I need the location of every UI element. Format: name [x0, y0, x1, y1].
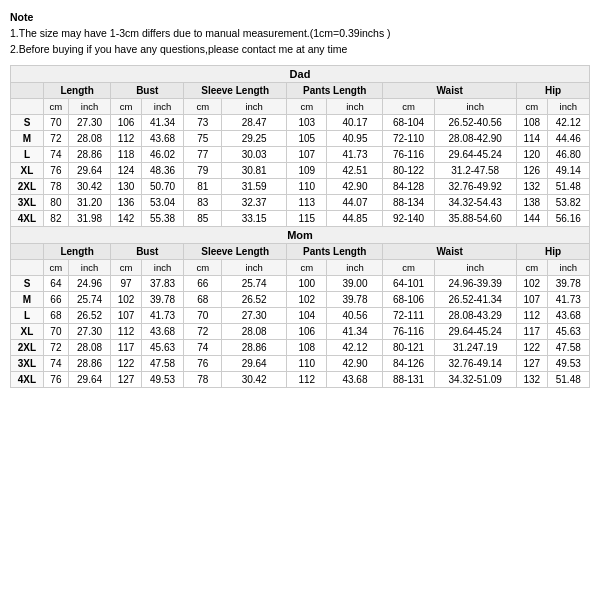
- data-cell: 29.64: [68, 163, 110, 179]
- unit-cell-10: inch: [434, 260, 516, 276]
- unit-cell-1: cm: [43, 99, 68, 115]
- data-cell: 80-122: [383, 163, 434, 179]
- size-cell: 2XL: [11, 179, 44, 195]
- data-cell: 29.64: [68, 372, 110, 388]
- data-cell: 34.32-54.43: [434, 195, 516, 211]
- data-cell: 78: [43, 179, 68, 195]
- data-cell: 29.64: [222, 356, 287, 372]
- col-group-pants-length: Pants Length: [287, 83, 383, 99]
- unit-cell-8: inch: [327, 99, 383, 115]
- data-cell: 25.74: [222, 276, 287, 292]
- data-cell: 74: [43, 356, 68, 372]
- data-cell: 29.64-45.24: [434, 147, 516, 163]
- data-cell: 39.00: [327, 276, 383, 292]
- size-cell: S: [11, 115, 44, 131]
- data-cell: 40.95: [327, 131, 383, 147]
- size-cell: XL: [11, 163, 44, 179]
- data-cell: 40.56: [327, 308, 383, 324]
- unit-cell-7: cm: [287, 99, 327, 115]
- data-cell: 24.96: [68, 276, 110, 292]
- unit-cell-2: inch: [68, 99, 110, 115]
- data-cell: 27.30: [68, 324, 110, 340]
- data-cell: 84-126: [383, 356, 434, 372]
- data-cell: 43.68: [547, 308, 589, 324]
- data-cell: 51.48: [547, 372, 589, 388]
- data-cell: 142: [111, 211, 142, 227]
- data-cell: 74: [184, 340, 222, 356]
- note-title: Note: [10, 10, 590, 26]
- data-cell: 28.08: [68, 131, 110, 147]
- size-cell: 3XL: [11, 195, 44, 211]
- unit-cell-5: cm: [184, 99, 222, 115]
- data-cell: 46.02: [141, 147, 183, 163]
- data-cell: 44.85: [327, 211, 383, 227]
- data-cell: 127: [111, 372, 142, 388]
- data-cell: 47.58: [141, 356, 183, 372]
- size-cell: 2XL: [11, 340, 44, 356]
- data-cell: 26.52-40.56: [434, 115, 516, 131]
- col-group-waist: Waist: [383, 83, 516, 99]
- unit-cell-2: inch: [68, 260, 110, 276]
- data-cell: 124: [111, 163, 142, 179]
- note-section: Note 1.The size may have 1-3cm differs d…: [10, 10, 590, 57]
- data-cell: 102: [111, 292, 142, 308]
- data-cell: 81: [184, 179, 222, 195]
- data-cell: 76-116: [383, 147, 434, 163]
- data-cell: 31.59: [222, 179, 287, 195]
- data-cell: 50.70: [141, 179, 183, 195]
- data-cell: 41.73: [141, 308, 183, 324]
- size-cell: L: [11, 308, 44, 324]
- data-cell: 74: [43, 147, 68, 163]
- data-cell: 144: [516, 211, 547, 227]
- data-cell: 39.78: [547, 276, 589, 292]
- data-cell: 102: [516, 276, 547, 292]
- data-cell: 77: [184, 147, 222, 163]
- data-cell: 72: [184, 324, 222, 340]
- data-cell: 75: [184, 131, 222, 147]
- data-cell: 30.42: [222, 372, 287, 388]
- data-cell: 46.80: [547, 147, 589, 163]
- data-cell: 44.07: [327, 195, 383, 211]
- data-cell: 78: [184, 372, 222, 388]
- col-group-pants-length: Pants Length: [287, 244, 383, 260]
- data-cell: 85: [184, 211, 222, 227]
- data-cell: 104: [287, 308, 327, 324]
- data-cell: 103: [287, 115, 327, 131]
- data-cell: 26.52: [222, 292, 287, 308]
- data-cell: 102: [287, 292, 327, 308]
- data-cell: 130: [111, 179, 142, 195]
- data-cell: 108: [287, 340, 327, 356]
- data-cell: 64: [43, 276, 68, 292]
- data-cell: 29.25: [222, 131, 287, 147]
- data-cell: 112: [287, 372, 327, 388]
- data-cell: 80-121: [383, 340, 434, 356]
- data-cell: 28.08: [222, 324, 287, 340]
- size-cell: XL: [11, 324, 44, 340]
- data-cell: 68: [43, 308, 68, 324]
- col-group-hip: Hip: [516, 83, 589, 99]
- unit-cell-4: inch: [141, 260, 183, 276]
- data-cell: 30.42: [68, 179, 110, 195]
- note-line-1: 1.The size may have 1-3cm differs due to…: [10, 26, 590, 42]
- data-cell: 27.30: [68, 115, 110, 131]
- data-cell: 32.76-49.92: [434, 179, 516, 195]
- data-cell: 88-134: [383, 195, 434, 211]
- data-cell: 28.08-42.90: [434, 131, 516, 147]
- data-cell: 43.68: [141, 131, 183, 147]
- data-cell: 41.73: [327, 147, 383, 163]
- data-cell: 28.08: [68, 340, 110, 356]
- data-cell: 100: [287, 276, 327, 292]
- data-cell: 72: [43, 340, 68, 356]
- data-cell: 42.12: [327, 340, 383, 356]
- data-cell: 107: [516, 292, 547, 308]
- section-label-dad: Dad: [11, 66, 590, 83]
- data-cell: 53.04: [141, 195, 183, 211]
- unit-cell-0: [11, 99, 44, 115]
- data-cell: 51.48: [547, 179, 589, 195]
- data-cell: 47.58: [547, 340, 589, 356]
- data-cell: 127: [516, 356, 547, 372]
- data-cell: 44.46: [547, 131, 589, 147]
- data-cell: 76: [43, 163, 68, 179]
- data-cell: 97: [111, 276, 142, 292]
- data-cell: 72-111: [383, 308, 434, 324]
